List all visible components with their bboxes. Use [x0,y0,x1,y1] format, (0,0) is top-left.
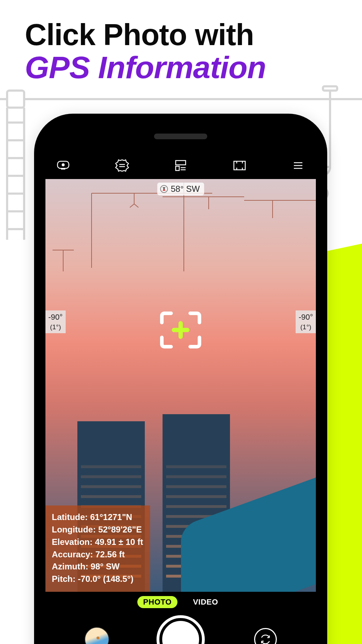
capture-mode-row: PHOTO VIDEO [45,592,316,611]
shutter-row [45,611,316,644]
mode-photo[interactable]: PHOTO [137,596,177,608]
compass-value: 58° SW [171,184,200,194]
camera-toolbar [45,153,316,179]
svg-rect-5 [176,166,179,171]
menu-icon [290,158,306,173]
exposure-button[interactable] [55,158,71,175]
compass-icon [160,185,168,193]
headline-line1: Click Photo with [25,20,351,50]
shutter-button[interactable] [159,618,202,644]
phone-frame: 58° SW -90° (1°) -90° (1°) [34,114,327,644]
svg-rect-6 [234,161,245,170]
frame-button[interactable] [232,158,247,175]
focus-reticle[interactable] [158,310,204,350]
menu-button[interactable] [290,158,306,175]
stamp-icon [114,158,130,173]
frame-icon [232,158,247,173]
exposure-icon [55,158,71,173]
pitch-indicator-left: -90° (1°) [45,310,66,333]
phone-speaker [154,134,207,139]
layout-icon [173,158,188,173]
gallery-button[interactable] [84,627,109,644]
compass-badge[interactable]: 58° SW [157,183,204,195]
switch-camera-button[interactable] [254,628,277,644]
svg-rect-1 [323,86,337,91]
marketing-headline: Click Photo with GPS Information [25,20,351,83]
mode-video[interactable]: VIDEO [187,596,224,608]
gps-info-overlay: Latitude61°1271"N Longitude52°89'26"E El… [45,505,150,592]
svg-rect-4 [176,161,186,165]
app-screen: 58° SW -90° (1°) -90° (1°) [45,153,316,644]
camera-viewfinder[interactable]: 58° SW -90° (1°) -90° (1°) [45,179,316,592]
layout-button[interactable] [173,158,188,175]
svg-rect-0 [7,91,24,108]
switch-camera-icon [259,633,272,644]
stamp-button[interactable] [114,158,130,175]
headline-line2: GPS Information [25,52,351,83]
pitch-indicator-right: -90° (1°) [296,310,316,333]
svg-point-3 [62,164,64,166]
